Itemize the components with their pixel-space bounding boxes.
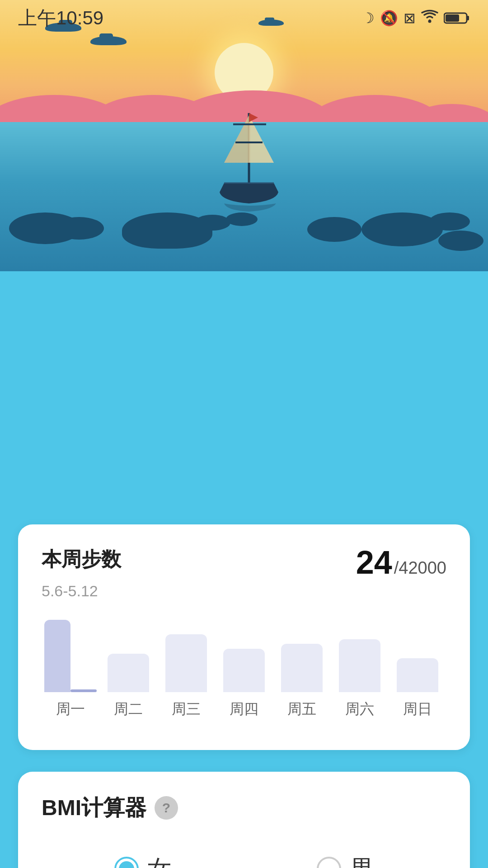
rock-7 <box>438 231 483 251</box>
steps-goal: /42000 <box>394 558 446 578</box>
bar-wrapper <box>218 620 270 692</box>
bar-wrapper <box>44 620 96 692</box>
hero-illustration <box>0 0 488 271</box>
x-square-icon: ⊠ <box>404 9 416 27</box>
bar-group-周日: 周日 <box>389 620 446 719</box>
content-area: 本周步数 24 /42000 5.6-5.12 周一周二周三周四周五周六周日 B… <box>0 524 488 868</box>
steps-header: 本周步数 24 /42000 <box>42 546 446 579</box>
help-icon[interactable]: ? <box>155 796 178 820</box>
steps-date: 5.6-5.12 <box>42 582 446 600</box>
battery-icon <box>444 11 470 25</box>
gender-label-female: 女 <box>148 853 171 868</box>
radio-female-inner <box>119 861 134 868</box>
gender-selection: 女 男 <box>42 844 446 868</box>
gender-option-male[interactable]: 男 <box>317 853 374 868</box>
bar-day-label: 周五 <box>287 699 316 719</box>
bar-day-label: 周二 <box>114 699 143 719</box>
bar-day-label: 周日 <box>403 699 432 719</box>
bar-day-label: 周三 <box>172 699 201 719</box>
airplane-2 <box>90 36 127 45</box>
wifi-icon <box>421 9 438 27</box>
bar-group-周一: 周一 <box>42 620 99 719</box>
bar-wrapper <box>276 620 328 692</box>
steps-bar-chart: 周一周二周三周四周五周六周日 <box>42 620 446 719</box>
rock-4 <box>307 217 361 242</box>
bar-group-周五: 周五 <box>273 620 331 719</box>
bell-off-icon: 🔕 <box>380 9 398 27</box>
bar-wrapper <box>333 620 385 692</box>
bar-wrapper <box>160 620 212 692</box>
bar <box>397 658 438 692</box>
bar <box>339 639 380 692</box>
bar-wrapper <box>102 620 154 692</box>
bar <box>44 620 70 692</box>
sailing-ship <box>199 104 299 231</box>
bar-group-周二: 周二 <box>99 620 157 719</box>
status-icons: ☽ 🔕 ⊠ <box>361 9 470 27</box>
rock-2 <box>54 217 104 240</box>
bar <box>108 654 149 692</box>
moon-icon: ☽ <box>361 9 375 27</box>
bar <box>165 634 207 692</box>
rock-6 <box>429 212 470 231</box>
bar <box>223 649 265 692</box>
gender-label-male: 男 <box>350 853 374 868</box>
bar-group-周三: 周三 <box>157 620 215 719</box>
gender-option-female[interactable]: 女 <box>114 853 171 868</box>
bar-active-underline <box>70 689 97 692</box>
bar <box>281 644 323 692</box>
steps-count: 24 /42000 <box>356 546 446 579</box>
bar-day-label: 周六 <box>345 699 374 719</box>
steps-number: 24 <box>356 546 392 579</box>
svg-point-0 <box>428 20 432 23</box>
svg-rect-2 <box>467 16 469 20</box>
bar-group-周六: 周六 <box>331 620 389 719</box>
steps-card: 本周步数 24 /42000 5.6-5.12 周一周二周三周四周五周六周日 <box>18 524 470 750</box>
steps-title: 本周步数 <box>42 546 121 573</box>
svg-rect-3 <box>446 14 459 22</box>
bmi-card: BMI计算器 ? 女 男 <box>18 772 470 868</box>
bar-day-label: 周四 <box>230 699 258 719</box>
bar-wrapper <box>391 620 443 692</box>
status-bar: 上午10:59 ☽ 🔕 ⊠ <box>0 0 488 36</box>
radio-female[interactable] <box>114 857 139 868</box>
radio-male[interactable] <box>317 857 341 868</box>
bmi-title: BMI计算器 <box>42 793 146 822</box>
bmi-header: BMI计算器 ? <box>42 793 446 822</box>
status-time: 上午10:59 <box>18 5 103 31</box>
bar-day-label: 周一 <box>56 699 85 719</box>
bar-group-周四: 周四 <box>215 620 273 719</box>
